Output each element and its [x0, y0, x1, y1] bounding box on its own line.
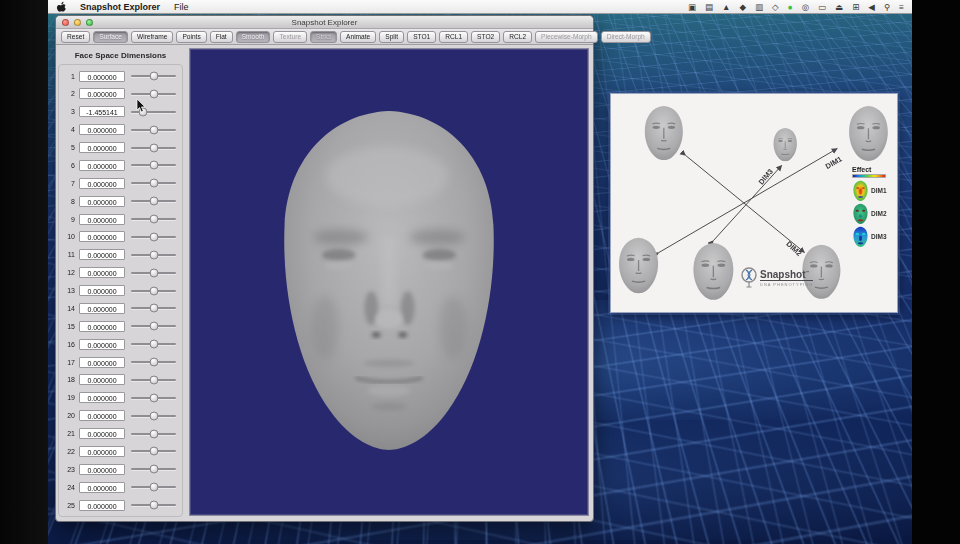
dimension-slider[interactable] [129, 338, 178, 350]
toolbar-button-reset[interactable]: Reset [61, 31, 90, 43]
menu-item-file[interactable]: File [174, 2, 189, 12]
dimension-slider[interactable] [129, 302, 178, 314]
slider-thumb[interactable] [149, 232, 158, 241]
dimension-value-field[interactable]: 0.000000 [79, 249, 125, 260]
dimension-value-field[interactable]: 0.000000 [79, 196, 125, 207]
slider-thumb[interactable] [149, 375, 158, 384]
slider-thumb[interactable] [149, 125, 158, 134]
dimension-value-field[interactable]: 0.000000 [79, 285, 125, 296]
dimension-slider[interactable] [129, 285, 178, 297]
minimize-button[interactable] [74, 19, 81, 26]
stacks-icon[interactable]: ▥ [755, 0, 763, 14]
dimension-value-field[interactable]: 0.000000 [79, 500, 125, 511]
dimension-value-field[interactable]: 0.000000 [79, 410, 125, 421]
dimension-value-field[interactable]: 0.000000 [79, 303, 125, 314]
dimension-value-field[interactable]: 0.000000 [79, 464, 125, 475]
display-icon[interactable]: ▤ [705, 0, 713, 14]
toolbar-button-rcl1[interactable]: RCL1 [439, 31, 468, 43]
toolbar-button-sto2[interactable]: STO2 [471, 31, 500, 43]
screen-record-icon[interactable]: ▣ [688, 0, 696, 14]
dimension-slider[interactable] [129, 177, 178, 189]
toolbar-button-sto1[interactable]: STO1 [407, 31, 436, 43]
slider-thumb[interactable] [149, 358, 158, 367]
dimension-value-field[interactable]: 0.000000 [79, 88, 125, 99]
dimension-value-field[interactable]: 0.000000 [79, 482, 125, 493]
toolbar-button-flat[interactable]: Flat [210, 31, 233, 43]
universal-access-icon[interactable]: ◎ [802, 0, 809, 14]
slider-thumb[interactable] [149, 268, 158, 277]
dimension-slider[interactable] [129, 249, 178, 261]
slider-thumb[interactable] [149, 197, 158, 206]
spotlight-search-icon[interactable]: ⚲ [884, 0, 890, 14]
slider-thumb[interactable] [149, 501, 158, 510]
dimension-value-field[interactable]: 0.000000 [79, 231, 125, 242]
slider-thumb[interactable] [149, 179, 158, 188]
dimension-slider[interactable] [129, 142, 178, 154]
keyboard-viewer-icon[interactable]: ⊞ [852, 0, 859, 14]
dimension-value-field[interactable]: 0.000000 [79, 214, 125, 225]
dimension-slider[interactable] [129, 231, 178, 243]
dimension-value-field[interactable]: 0.000000 [79, 321, 125, 332]
toolbar-button-rcl2[interactable]: RCL2 [503, 31, 532, 43]
toolbar-button-surface[interactable]: Surface [93, 31, 128, 43]
dimension-value-field[interactable]: 0.000000 [79, 428, 125, 439]
slider-thumb[interactable] [149, 143, 158, 152]
close-button[interactable] [62, 19, 69, 26]
slider-thumb[interactable] [149, 322, 158, 331]
time-machine-icon[interactable]: ▲ [722, 0, 730, 14]
slider-thumb[interactable] [149, 465, 158, 474]
zoom-button[interactable] [86, 19, 93, 26]
eject-icon[interactable]: ⏏ [835, 0, 843, 14]
window-titlebar[interactable]: Snapshot Explorer [56, 16, 593, 29]
toolbar-button-piecewise-morph[interactable]: Piecewise-Morph [535, 31, 598, 43]
dimension-value-field[interactable]: 0.000000 [79, 446, 125, 457]
volume-icon[interactable]: ◀ [868, 0, 875, 14]
dimension-slider[interactable] [129, 392, 178, 404]
toolbar-button-split[interactable]: Split [379, 31, 404, 43]
toolbar-button-wireframe[interactable]: Wireframe [131, 31, 173, 43]
dimension-slider[interactable] [129, 463, 178, 475]
slider-thumb[interactable] [149, 250, 158, 259]
dimension-value-field[interactable]: 0.000000 [79, 357, 125, 368]
slider-thumb[interactable] [149, 304, 158, 313]
dimension-slider[interactable] [129, 356, 178, 368]
slider-thumb[interactable] [149, 286, 158, 295]
toolbar-button-smooth[interactable]: Smooth [236, 31, 271, 43]
dimension-slider[interactable] [129, 195, 178, 207]
slider-thumb[interactable] [149, 340, 158, 349]
dimension-slider[interactable] [129, 428, 178, 440]
dimension-value-field[interactable]: 0.000000 [79, 178, 125, 189]
dimension-slider[interactable] [129, 213, 178, 225]
slider-thumb[interactable] [149, 161, 158, 170]
dimension-slider[interactable] [129, 267, 178, 279]
slider-thumb[interactable] [149, 89, 158, 98]
toolbar-button-texture[interactable]: Texture [273, 31, 307, 43]
dimension-value-field[interactable]: 0.000000 [79, 267, 125, 278]
dimension-slider[interactable] [129, 410, 178, 422]
accessibility-icon[interactable]: ◇ [772, 0, 779, 14]
dimension-value-field[interactable]: 0.000000 [79, 374, 125, 385]
dimension-slider[interactable] [129, 374, 178, 386]
status-green-icon[interactable]: ● [788, 0, 793, 14]
dimension-slider[interactable] [129, 481, 178, 493]
dimension-slider[interactable] [129, 70, 178, 82]
face-3d-viewport[interactable] [189, 48, 589, 516]
airplay-icon[interactable]: ▭ [818, 0, 826, 14]
dimension-value-field[interactable]: 0.000000 [79, 142, 125, 153]
slider-thumb[interactable] [149, 429, 158, 438]
dimension-slider[interactable] [129, 159, 178, 171]
toolbar-button-points[interactable]: Points [176, 31, 206, 43]
dimension-value-field[interactable]: 0.000000 [79, 71, 125, 82]
slider-thumb[interactable] [149, 483, 158, 492]
slider-thumb[interactable] [149, 72, 158, 81]
slider-thumb[interactable] [149, 215, 158, 224]
dimension-value-field[interactable]: 0.000000 [79, 124, 125, 135]
dimension-slider[interactable] [129, 499, 178, 511]
dimension-slider[interactable] [129, 445, 178, 457]
notification-center-icon[interactable]: ≡ [899, 0, 904, 14]
dimension-slider[interactable] [129, 320, 178, 332]
slider-thumb[interactable] [149, 447, 158, 456]
dimension-value-field[interactable]: 0.000000 [79, 339, 125, 350]
toolbar-button-direct-morph[interactable]: Direct-Morph [601, 31, 651, 43]
toolbar-button-animate[interactable]: Animate [340, 31, 376, 43]
